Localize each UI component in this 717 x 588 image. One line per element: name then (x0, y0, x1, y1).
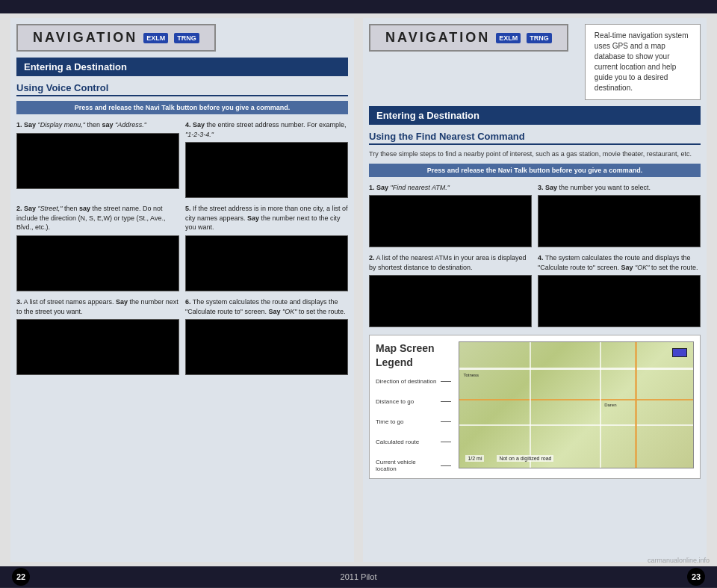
nav-title-right: NAVIGATION (385, 30, 490, 46)
voice-step-2: 2. Say "Street," then say the street nam… (16, 204, 179, 291)
voice-step-4: 4. Say the entire street address number.… (185, 120, 348, 198)
legend-label-route: Calculated route (376, 439, 451, 445)
map-image: 1/2 mi Not on a digitized road Totness D… (459, 341, 694, 468)
section-title-right: Entering a Destination (376, 110, 479, 121)
find-step-1-screen (369, 195, 532, 247)
voice-step-1: 1. Say "Display menu," then say "Address… (16, 120, 179, 198)
voice-step-3-text: 3. A list of street names appears. Say t… (16, 297, 179, 316)
voice-step-6: 6. The system calculates the route and d… (185, 297, 348, 375)
voice-step-3-screen (16, 319, 179, 375)
voice-control-section: Using Voice Control Press and release th… (16, 82, 348, 375)
nav-title-box-right: NAVIGATION EXLM TRNG (369, 24, 568, 52)
badge-trng-right: TRNG (527, 33, 552, 43)
legend-label-direction: Direction of destination (376, 378, 451, 385)
find-steps-grid: 1. Say "Find nearest ATM." 3. Say the nu… (369, 183, 701, 328)
voice-step-5-screen (185, 235, 348, 291)
find-step-1: 1. Say "Find nearest ATM." (369, 183, 532, 248)
voice-step-6-screen (185, 319, 348, 375)
section-header: Entering a Destination (16, 58, 348, 76)
nav-header-left: NAVIGATION EXLM TRNG (16, 24, 348, 52)
find-step-2-screen (369, 275, 532, 327)
nav-header-right: NAVIGATION EXLM TRNG Real-time navigatio… (369, 24, 701, 100)
map-legend-inner: Map ScreenLegend Direction of destinatio… (376, 341, 694, 471)
map-legend-title: Map ScreenLegend (376, 341, 451, 368)
left-page: NAVIGATION EXLM TRNG Entering a Destinat… (10, 18, 354, 562)
badge-trng: TRNG (174, 33, 199, 43)
nav-title-box: NAVIGATION EXLM TRNG (16, 24, 216, 52)
find-step-3-text: 3. Say the number you want to select. (538, 183, 701, 193)
pages-wrapper: NAVIGATION EXLM TRNG Entering a Destinat… (0, 13, 717, 566)
page-num-right: 23 (687, 568, 705, 586)
voice-steps-grid: 1. Say "Display menu," then say "Address… (16, 120, 348, 375)
nav-description: Real-time navigation system uses GPS and… (585, 24, 701, 100)
footer-title: 2011 Pilot (341, 572, 377, 581)
voice-step-5: 5. If the street address is in more than… (185, 204, 348, 291)
page-background: NAVIGATION EXLM TRNG Entering a Destinat… (0, 0, 717, 588)
find-nearest-title: Using the Find Nearest Command (369, 131, 701, 145)
bottom-bar: 22 2011 Pilot 23 (0, 566, 717, 587)
nav-title: NAVIGATION (33, 30, 137, 46)
find-step-4-screen (538, 275, 701, 327)
voice-instruction-bar: Press and release the Navi Talk button b… (16, 101, 348, 114)
find-nearest-desc: Try these simple steps to find a nearby … (369, 149, 701, 159)
find-step-2-text: 2. A list of the nearest ATMs in your ar… (369, 253, 532, 272)
find-nearest-section: Using the Find Nearest Command Try these… (369, 131, 701, 327)
legend-label-vehicle: Current vehiclelocation (376, 459, 451, 472)
find-step-2: 2. A list of the nearest ATMs in your ar… (369, 253, 532, 327)
find-step-3-screen (538, 195, 701, 247)
map-legend-title-area: Map ScreenLegend Direction of destinatio… (376, 341, 451, 471)
voice-step-3: 3. A list of street names appears. Say t… (16, 297, 179, 375)
watermark: carmanualonline.info (648, 557, 710, 564)
badge-exlm: EXLM (143, 33, 168, 43)
voice-step-6-text: 6. The system calculates the route and d… (185, 297, 348, 316)
section-title: Entering a Destination (24, 61, 127, 72)
find-step-3: 3. Say the number you want to select. (538, 183, 701, 248)
voice-step-1-text: 1. Say "Display menu," then say "Address… (16, 120, 179, 130)
voice-step-1-screen (16, 133, 179, 189)
voice-step-4-screen (185, 142, 348, 198)
top-bar (0, 0, 717, 13)
right-page: NAVIGATION EXLM TRNG Real-time navigatio… (363, 18, 707, 562)
legend-label-time: Time to go (376, 418, 451, 425)
find-step-1-text: 1. Say "Find nearest ATM." (369, 183, 532, 193)
legend-label-distance: Distance to go (376, 398, 451, 405)
voice-step-2-text: 2. Say "Street," then say the street nam… (16, 204, 179, 232)
badge-exlm-right: EXLM (496, 33, 521, 43)
map-legend-box: Map ScreenLegend Direction of destinatio… (369, 335, 701, 478)
section-header-right: Entering a Destination (369, 106, 701, 125)
find-step-4: 4. The system calculates the route and d… (538, 253, 701, 327)
page-num-left: 22 (12, 568, 30, 586)
legend-labels: Direction of destination Distance to go … (376, 378, 451, 472)
find-instruction-bar: Press and release the Navi Talk button b… (369, 164, 701, 177)
find-step-4-text: 4. The system calculates the route and d… (538, 253, 701, 272)
voice-control-title: Using Voice Control (16, 82, 348, 96)
voice-step-2-screen (16, 235, 179, 291)
voice-step-4-text: 4. Say the entire street address number.… (185, 120, 348, 139)
voice-step-5-text: 5. If the street address is in more than… (185, 204, 348, 232)
